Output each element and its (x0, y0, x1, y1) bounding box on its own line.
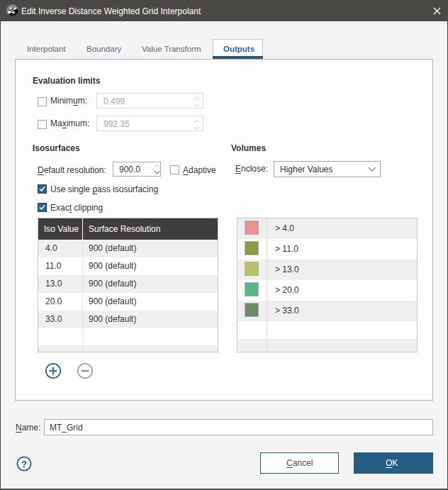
svg-text:?: ? (21, 459, 27, 469)
